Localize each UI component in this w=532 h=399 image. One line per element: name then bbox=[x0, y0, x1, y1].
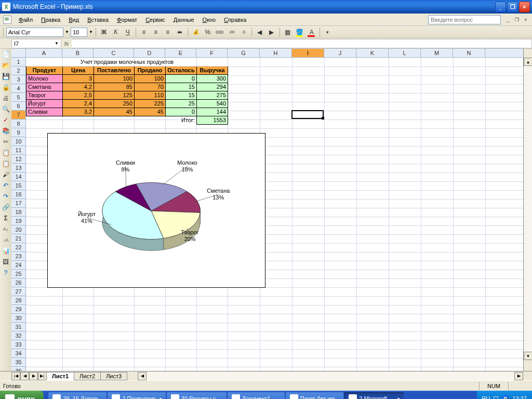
menu-файл[interactable]: Файл bbox=[15, 16, 37, 24]
col-header-F[interactable]: F bbox=[196, 49, 228, 57]
copy-icon[interactable]: 📋 bbox=[1, 148, 10, 157]
mdi-close-button[interactable]: × bbox=[522, 16, 530, 23]
tray-volume-icon[interactable]: 🧿 bbox=[502, 395, 509, 400]
menu-сервис[interactable]: Сервис bbox=[141, 16, 169, 24]
align-right-button[interactable]: ≡ bbox=[163, 27, 173, 37]
row-header-24[interactable]: 24 bbox=[11, 261, 26, 270]
row-header-32[interactable]: 32 bbox=[11, 331, 26, 340]
fx-icon[interactable]: fx bbox=[61, 41, 72, 47]
select-all-corner[interactable] bbox=[11, 49, 26, 58]
row-header-27[interactable]: 27 bbox=[11, 287, 26, 296]
paste-icon[interactable]: 📋 bbox=[1, 159, 10, 168]
sheet-tab-Лист1[interactable]: Лист1 bbox=[46, 372, 74, 380]
save-icon[interactable]: 💾 bbox=[1, 72, 10, 81]
workbook-icon[interactable] bbox=[3, 16, 11, 24]
row-header-5[interactable]: 5 bbox=[11, 93, 26, 102]
row-header-35[interactable]: 35 bbox=[11, 358, 26, 367]
underline-button[interactable]: Ч bbox=[123, 27, 133, 37]
maximize-button[interactable]: ❐ bbox=[507, 2, 518, 12]
align-center-button[interactable]: ≡ bbox=[151, 27, 161, 37]
menu-вид[interactable]: Вид bbox=[64, 16, 83, 24]
ask-question-input[interactable] bbox=[428, 15, 501, 24]
currency-button[interactable]: 💰 bbox=[191, 27, 201, 37]
row-header-9[interactable]: 9 bbox=[11, 128, 26, 137]
row-header-20[interactable]: 20 bbox=[11, 225, 26, 234]
col-header-N[interactable]: N bbox=[453, 49, 485, 57]
row-header-1[interactable]: 1 bbox=[11, 58, 26, 66]
scroll-right-button[interactable]: ▶ bbox=[514, 372, 523, 380]
embedded-pie-chart[interactable]: Молоко18%Сметана13%Творог20%Йогурт41%Сли… bbox=[47, 133, 265, 288]
taskbar-button[interactable]: Документ1 - ... bbox=[228, 392, 285, 399]
row-header-4[interactable]: 4 bbox=[11, 84, 26, 93]
menu-окно[interactable]: Окно bbox=[198, 16, 220, 24]
font-color-button[interactable]: A bbox=[307, 27, 317, 37]
minimize-button[interactable]: _ bbox=[495, 2, 506, 12]
col-header-G[interactable]: G bbox=[228, 49, 260, 57]
row-header-33[interactable]: 33 bbox=[11, 340, 26, 349]
row-header-31[interactable]: 31 bbox=[11, 323, 26, 331]
col-header-A[interactable]: A bbox=[26, 49, 62, 57]
start-button[interactable]: пуск bbox=[0, 391, 44, 399]
last-sheet-button[interactable]: ▶| bbox=[38, 372, 47, 380]
row-header-18[interactable]: 18 bbox=[11, 208, 26, 217]
hyperlink-icon[interactable]: 🔗 bbox=[1, 203, 10, 212]
row-header-19[interactable]: 19 bbox=[11, 217, 26, 225]
row-header-36[interactable]: 36 bbox=[11, 367, 26, 371]
sheet-tab-Лист2[interactable]: Лист2 bbox=[74, 372, 101, 380]
sheet-tab-Лист3[interactable]: Лист3 bbox=[100, 372, 127, 380]
font-name-combo[interactable] bbox=[6, 28, 63, 37]
permission-icon[interactable]: 🔒 bbox=[1, 83, 10, 92]
row-header-29[interactable]: 29 bbox=[11, 305, 26, 314]
col-header-H[interactable]: H bbox=[260, 49, 292, 57]
toolbar-overflow-button[interactable]: ▾ bbox=[323, 27, 333, 37]
worksheet-grid[interactable]: ABCDEFGHIJKLMN 1234567891011121314151617… bbox=[11, 49, 523, 371]
open-file-icon[interactable]: 📂 bbox=[1, 61, 10, 70]
drawing-icon[interactable]: 🖼 bbox=[1, 257, 10, 267]
autosum-icon[interactable]: Σ bbox=[1, 214, 10, 223]
merge-cells-button[interactable]: ⬌ bbox=[175, 27, 185, 37]
next-sheet-button[interactable]: ▶ bbox=[29, 372, 38, 380]
sort-desc-icon[interactable]: ↓A bbox=[1, 235, 10, 245]
taskbar-button[interactable]: 29. 15 Дорож... bbox=[48, 392, 107, 399]
row-header-28[interactable]: 28 bbox=[11, 296, 26, 305]
row-header-15[interactable]: 15 bbox=[11, 181, 26, 190]
row-header-6[interactable]: 6 bbox=[11, 102, 26, 111]
research-icon[interactable]: 📚 bbox=[1, 126, 10, 136]
tray-shield-icon[interactable]: 🛡 bbox=[493, 395, 499, 399]
system-tray[interactable]: RU 🛡 🧿 13:37 bbox=[477, 391, 532, 399]
row-header-12[interactable]: 12 bbox=[11, 155, 26, 164]
horizontal-scrollbar[interactable]: ◀ ▶ bbox=[138, 372, 523, 380]
redo-icon[interactable]: ↷ bbox=[1, 192, 10, 201]
taskbar-button[interactable]: 2 Проводник▾ bbox=[108, 392, 165, 399]
sort-asc-icon[interactable]: A↓ bbox=[1, 224, 10, 234]
col-header-L[interactable]: L bbox=[389, 49, 421, 57]
menu-данные[interactable]: Данные bbox=[169, 16, 198, 24]
row-header-7[interactable]: 7 bbox=[11, 111, 26, 119]
col-header-K[interactable]: K bbox=[356, 49, 389, 57]
row-header-10[interactable]: 10 bbox=[11, 137, 26, 146]
taskbar-button[interactable]: Пакет без им... bbox=[286, 392, 344, 399]
col-header-M[interactable]: M bbox=[421, 49, 453, 57]
taskbar-button[interactable]: 2 Microsoft ...▾ bbox=[344, 392, 403, 399]
print-preview-icon[interactable]: 🔍 bbox=[1, 104, 10, 114]
tray-language-indicator[interactable]: RU bbox=[482, 395, 490, 399]
new-file-icon[interactable]: 📄 bbox=[1, 50, 10, 59]
row-header-13[interactable]: 13 bbox=[11, 164, 26, 172]
font-size-combo[interactable] bbox=[71, 28, 87, 37]
cut-icon[interactable]: ✂ bbox=[1, 137, 10, 147]
row-header-11[interactable]: 11 bbox=[11, 146, 26, 155]
row-header-30[interactable]: 30 bbox=[11, 314, 26, 323]
menu-вставка[interactable]: Вставка bbox=[83, 16, 113, 24]
undo-icon[interactable]: ↶ bbox=[1, 181, 10, 190]
row-header-16[interactable]: 16 bbox=[11, 190, 26, 199]
decrease-decimal-button[interactable]: ,0 bbox=[238, 27, 249, 37]
menu-формат[interactable]: Формат bbox=[113, 16, 141, 24]
menu-справка[interactable]: Справка bbox=[220, 16, 250, 24]
mdi-restore-button[interactable]: ❐ bbox=[513, 16, 521, 23]
scroll-left-button[interactable]: ◀ bbox=[138, 372, 147, 380]
scroll-down-button[interactable]: ▼ bbox=[524, 352, 532, 360]
col-header-I[interactable]: I bbox=[292, 49, 324, 57]
align-left-button[interactable]: ≡ bbox=[139, 27, 149, 37]
italic-button[interactable]: К bbox=[111, 27, 121, 37]
borders-button[interactable]: ▦ bbox=[283, 27, 293, 37]
